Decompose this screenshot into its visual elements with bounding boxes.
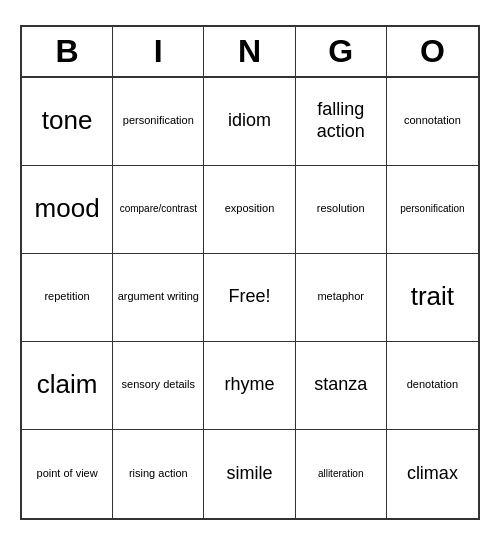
bingo-cell: claim: [22, 342, 113, 430]
cell-text: simile: [226, 463, 272, 485]
bingo-cell: compare/contrast: [113, 166, 204, 254]
header-letter: B: [22, 27, 113, 76]
cell-text: rising action: [129, 467, 188, 480]
cell-text: rhyme: [224, 374, 274, 396]
bingo-cell: denotation: [387, 342, 478, 430]
header-letter: G: [296, 27, 387, 76]
cell-text: personification: [400, 203, 464, 215]
cell-text: argument writing: [118, 290, 199, 303]
bingo-card: BINGO tonepersonificationidiomfalling ac…: [20, 25, 480, 520]
bingo-cell: sensory details: [113, 342, 204, 430]
cell-text: sensory details: [122, 378, 195, 391]
header-letter: I: [113, 27, 204, 76]
bingo-cell: simile: [204, 430, 295, 518]
cell-text: resolution: [317, 202, 365, 215]
bingo-cell: mood: [22, 166, 113, 254]
bingo-cell: metaphor: [296, 254, 387, 342]
cell-text: repetition: [44, 290, 89, 303]
cell-text: point of view: [37, 467, 98, 480]
bingo-cell: Free!: [204, 254, 295, 342]
header-letter: N: [204, 27, 295, 76]
cell-text: falling action: [300, 99, 382, 142]
bingo-header: BINGO: [22, 27, 478, 78]
bingo-grid: tonepersonificationidiomfalling actionco…: [22, 78, 478, 518]
cell-text: denotation: [407, 378, 458, 391]
cell-text: connotation: [404, 114, 461, 127]
bingo-cell: argument writing: [113, 254, 204, 342]
bingo-cell: climax: [387, 430, 478, 518]
bingo-cell: personification: [113, 78, 204, 166]
cell-text: alliteration: [318, 468, 364, 480]
cell-text: compare/contrast: [120, 203, 197, 215]
cell-text: claim: [37, 369, 98, 400]
bingo-cell: repetition: [22, 254, 113, 342]
cell-text: exposition: [225, 202, 275, 215]
bingo-cell: trait: [387, 254, 478, 342]
cell-text: climax: [407, 463, 458, 485]
cell-text: personification: [123, 114, 194, 127]
bingo-cell: idiom: [204, 78, 295, 166]
bingo-cell: exposition: [204, 166, 295, 254]
bingo-cell: point of view: [22, 430, 113, 518]
cell-text: trait: [411, 281, 454, 312]
bingo-cell: alliteration: [296, 430, 387, 518]
bingo-cell: stanza: [296, 342, 387, 430]
bingo-cell: tone: [22, 78, 113, 166]
bingo-cell: falling action: [296, 78, 387, 166]
bingo-cell: rising action: [113, 430, 204, 518]
cell-text: stanza: [314, 374, 367, 396]
bingo-cell: personification: [387, 166, 478, 254]
cell-text: mood: [35, 193, 100, 224]
cell-text: metaphor: [317, 290, 363, 303]
cell-text: Free!: [228, 286, 270, 308]
header-letter: O: [387, 27, 478, 76]
bingo-cell: rhyme: [204, 342, 295, 430]
bingo-cell: connotation: [387, 78, 478, 166]
bingo-cell: resolution: [296, 166, 387, 254]
cell-text: tone: [42, 105, 93, 136]
cell-text: idiom: [228, 110, 271, 132]
